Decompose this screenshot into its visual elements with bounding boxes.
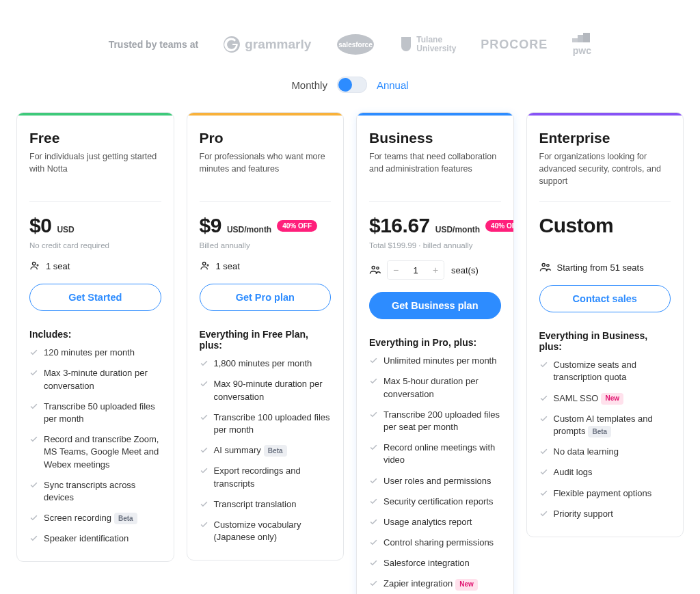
feature-item: Transcript translation [200, 498, 332, 511]
feature-item: Max 90-minute duration per conversation [200, 378, 332, 403]
pill-beta: Beta [588, 426, 611, 437]
plan-enterprise-tagline: For organizations looking for advanced s… [539, 150, 671, 189]
feature-item: Export recordings and transcripts [200, 465, 332, 489]
check-icon [200, 500, 208, 509]
pill-beta: Beta [114, 513, 137, 524]
feature-item: No data learning [539, 446, 671, 458]
feature-item: Max 5-hour duration per conversation [369, 375, 501, 400]
plan-business-discount: 40% OFF [485, 220, 513, 232]
plan-free-price: $0 [29, 214, 51, 237]
svg-point-9 [377, 267, 379, 269]
plan-pro-discount: 40% OFF [277, 220, 317, 232]
feature-item: 1,800 minutes per month [200, 357, 332, 370]
plan-free-seats: 1 seat [29, 260, 161, 271]
plan-enterprise-cta[interactable]: Contact sales [539, 285, 671, 312]
feature-item: Record online meetings with video [369, 442, 501, 466]
check-icon [200, 359, 208, 368]
plan-free-name: Free [29, 129, 161, 146]
feature-item: Transcribe 100 uploaded files per month [200, 411, 332, 436]
svg-text:salesforce: salesforce [339, 41, 373, 49]
check-icon [369, 476, 378, 485]
plan-pro-tagline: For professionals who want more minutes … [200, 150, 332, 189]
plan-free-note: No credit card required [29, 241, 161, 249]
check-icon [29, 348, 38, 357]
plan-pro-cta[interactable]: Get Pro plan [200, 284, 332, 311]
plan-enterprise-price: Custom [539, 214, 614, 237]
svg-rect-5 [583, 33, 590, 42]
check-icon [200, 466, 208, 475]
feature-item: Transcribe 200 uploaded files per seat p… [369, 409, 501, 433]
seat-icon [200, 260, 211, 271]
plan-pro-note: Billed annually [200, 241, 332, 249]
logo-tulane: TulaneUniversity [400, 36, 456, 53]
feature-item: Screen recordingBeta [29, 512, 161, 524]
check-icon [369, 579, 378, 588]
check-icon [539, 360, 548, 369]
logo-pwc: pwc [572, 33, 591, 56]
seats-icon [539, 262, 552, 273]
feature-item: Custom AI templates and promptsBeta [539, 413, 671, 437]
plan-business-price: $16.67 [369, 214, 430, 237]
check-icon [539, 414, 548, 423]
plan-business-cta[interactable]: Get Business plan [369, 292, 501, 319]
check-icon [200, 520, 208, 529]
svg-point-8 [372, 267, 375, 269]
feature-item: Transcribe 50 uploaded files per month [29, 401, 161, 425]
feature-item: User roles and permissions [369, 475, 501, 487]
feature-item: Usage analytics report [369, 516, 501, 528]
seat-icon [29, 260, 40, 271]
pill-beta: Beta [264, 445, 287, 457]
feature-item: Speaker identification [29, 532, 161, 545]
feature-item: Unlimited minutes per month [369, 355, 501, 367]
plan-business-note: Total $199.99 · billed annually [369, 241, 501, 249]
plans-grid: Free For individuals just getting starte… [16, 112, 684, 594]
trusted-label: Trusted by teams at [109, 39, 199, 50]
check-icon [539, 468, 548, 476]
check-icon [200, 446, 208, 455]
feature-item: Record and transcribe Zoom, MS Teams, Go… [29, 433, 161, 471]
billing-annual[interactable]: Annual [377, 79, 409, 91]
plan-pro-features: 1,800 minutes per monthMax 90-minute dur… [200, 357, 332, 543]
billing-switch[interactable] [337, 77, 367, 93]
plan-free-features: 120 minutes per monthMax 3-minute durati… [29, 347, 161, 545]
billing-monthly[interactable]: Monthly [291, 79, 327, 91]
feature-item: Zapier integrationNew [369, 578, 501, 590]
plan-business-name: Business [369, 129, 501, 146]
feature-item: AI summaryBeta [200, 444, 332, 457]
seat-increment[interactable]: + [427, 261, 444, 279]
plan-enterprise-features: Customize seats and transcription quotaS… [539, 359, 671, 520]
svg-point-6 [33, 262, 36, 265]
check-icon [369, 410, 378, 419]
check-icon [369, 538, 378, 547]
feature-item: Salesforce integration [369, 557, 501, 569]
plan-pro-price: $9 [200, 214, 221, 237]
plan-free-cta[interactable]: Get Started [29, 284, 161, 311]
feature-item: Priority support [539, 508, 671, 520]
feature-item: Max 3-minute duration per conversation [29, 367, 161, 392]
plan-enterprise-seats: Starting from 51 seats [539, 262, 671, 273]
logo-procore: PROCORE [481, 38, 548, 52]
seats-icon [369, 265, 381, 275]
check-icon [200, 379, 208, 388]
check-icon [29, 481, 38, 489]
logo-grammarly: grammarly [223, 36, 311, 53]
plan-free-tagline: For individuals just getting started wit… [29, 150, 161, 189]
plan-pro-seats: 1 seat [200, 260, 332, 271]
seat-quantity[interactable] [404, 265, 427, 275]
check-icon [539, 489, 548, 498]
feature-item: Sync transcripts across devices [29, 479, 161, 504]
seat-stepper[interactable]: − + [387, 260, 444, 280]
check-icon [369, 497, 378, 506]
check-icon [200, 413, 208, 422]
plan-free: Free For individuals just getting starte… [16, 112, 174, 562]
feature-item: Customize vocabulary (Japanese only) [200, 519, 332, 543]
plan-enterprise: Enterprise For organizations looking for… [526, 112, 684, 537]
check-icon [29, 534, 38, 543]
check-icon [539, 394, 548, 403]
plan-enterprise-name: Enterprise [539, 129, 671, 146]
check-icon [29, 368, 38, 377]
feature-item: Flexible payment options [539, 487, 671, 500]
seat-decrement[interactable]: − [388, 261, 404, 279]
plan-pro: Pro For professionals who want more minu… [187, 112, 345, 561]
check-icon [539, 447, 548, 456]
